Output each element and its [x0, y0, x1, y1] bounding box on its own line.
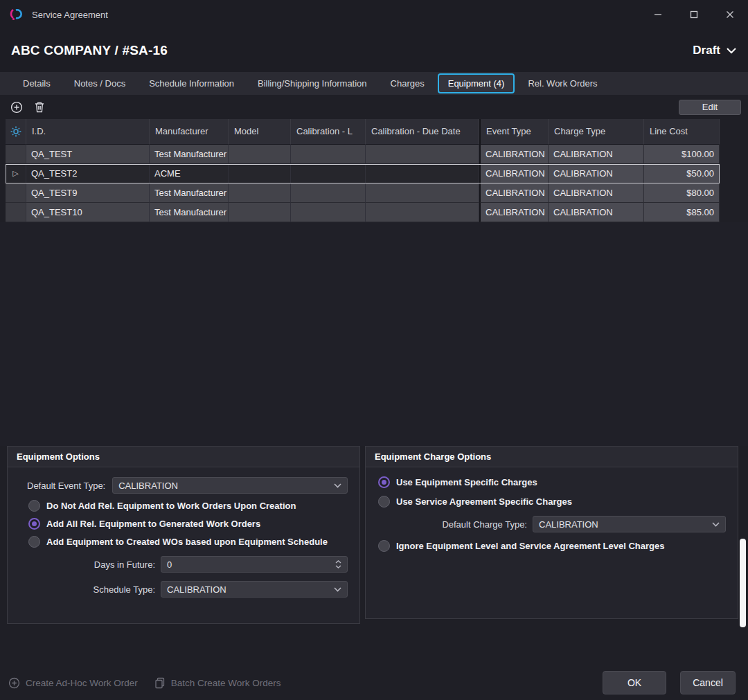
sun-settings-icon [10, 126, 21, 137]
circle-plus-icon [10, 101, 23, 114]
equipment-options-title: Equipment Options [8, 447, 359, 467]
column-header-id[interactable]: I.D. [26, 119, 150, 145]
radio-use-equipment-specific-charges[interactable]: Use Equipment Specific Charges [378, 476, 726, 488]
radio-label: Add All Rel. Equipment to Generated Work… [46, 519, 260, 529]
equipment-charge-options-title: Equipment Charge Options [366, 447, 738, 467]
dropdown-value: CALIBRATION [539, 519, 598, 530]
cell-event-type: CALIBRATION [479, 145, 549, 164]
minimize-button[interactable] [640, 0, 676, 29]
radio-add-equipment-by-schedule[interactable]: Add Equipment to Created WOs based upon … [28, 536, 348, 548]
cell-manufacturer: Test Manufacturer [150, 203, 229, 222]
radio-icon [28, 500, 40, 512]
default-event-type-row: Default Event Type: CALIBRATION [27, 477, 348, 494]
radio-icon [28, 518, 40, 530]
footer: Create Ad-Hoc Work Order Batch Create Wo… [0, 624, 748, 700]
cell-charge-type: CALIBRATION [549, 203, 644, 222]
radio-label: Use Equipment Specific Charges [396, 477, 537, 487]
cell-line-cost: $80.00 [644, 183, 720, 203]
trash-icon [34, 101, 45, 113]
table-row[interactable]: QA_TEST10Test ManufacturerCALIBRATIONCAL… [6, 203, 720, 222]
header: ABC COMPANY / #SA-16 Draft [0, 29, 748, 72]
cell-calibration-due-date [366, 164, 479, 183]
cell-charge-type: CALIBRATION [549, 183, 644, 203]
cell-model [229, 203, 291, 222]
cell-calibration-l [291, 203, 366, 222]
edit-button[interactable]: Edit [679, 100, 741, 115]
tab-details[interactable]: Details [12, 73, 61, 93]
column-header-manufacturer[interactable]: Manufacturer [150, 119, 229, 145]
column-header-calibration-l[interactable]: Calibration - L [291, 119, 366, 145]
tab-bar: DetailsNotes / DocsSchedule InformationB… [0, 72, 748, 95]
days-in-future-row: Days in Future: 0 [27, 556, 348, 573]
scrollbar-thumb[interactable] [740, 539, 746, 627]
row-indicator [6, 203, 26, 222]
radio-add-all-equipment[interactable]: Add All Rel. Equipment to Generated Work… [28, 518, 348, 530]
cell-calibration-due-date [366, 145, 479, 164]
batch-create-work-orders-button[interactable]: Batch Create Work Orders [154, 671, 281, 694]
cell-event-type: CALIBRATION [479, 164, 549, 183]
cell-model [229, 145, 291, 164]
dropdown-value: CALIBRATION [118, 481, 178, 491]
cell-calibration-l [291, 164, 366, 183]
column-header-model[interactable]: Model [229, 119, 291, 145]
window-title: Service Agreement [32, 10, 108, 20]
grid-options-button[interactable] [6, 119, 26, 145]
tab-schedule-information[interactable]: Schedule Information [139, 73, 244, 93]
radio-label: Do Not Add Rel. Equipment to Work Orders… [46, 501, 296, 511]
column-header-calibration-due-date[interactable]: Calibration - Due Date [366, 119, 479, 145]
column-header-line-cost[interactable]: Line Cost [644, 119, 720, 145]
tab-charges[interactable]: Charges [380, 73, 435, 93]
equipment-grid: I.D. Manufacturer Model Calibration - L … [6, 119, 720, 222]
maximize-button[interactable] [676, 0, 712, 29]
radio-do-not-add-equipment[interactable]: Do Not Add Rel. Equipment to Work Orders… [28, 500, 348, 512]
footer-actions: OK Cancel [603, 671, 736, 694]
ok-button[interactable]: OK [603, 671, 666, 694]
schedule-type-label: Schedule Type: [27, 584, 155, 595]
default-charge-type-dropdown[interactable]: CALIBRATION [533, 516, 726, 532]
add-equipment-button[interactable] [10, 101, 23, 114]
radio-icon [28, 536, 40, 548]
default-event-type-dropdown[interactable]: CALIBRATION [112, 477, 348, 494]
service-agreement-window: Service Agreement ABC COMPANY / #SA-16 D… [0, 0, 748, 700]
column-header-event-type[interactable]: Event Type [479, 119, 549, 145]
cancel-button[interactable]: Cancel [680, 671, 736, 694]
table-row[interactable]: QA_TESTTest ManufacturerCALIBRATIONCALIB… [6, 145, 720, 164]
cell-model [229, 183, 291, 203]
radio-icon [378, 540, 390, 552]
cell-calibration-l [291, 183, 366, 203]
column-header-charge-type[interactable]: Charge Type [549, 119, 644, 145]
window-controls [640, 0, 748, 29]
radio-ignore-charges[interactable]: Ignore Equipment Level and Service Agree… [378, 540, 726, 552]
create-adhoc-work-order-button[interactable]: Create Ad-Hoc Work Order [8, 671, 138, 694]
status-dropdown[interactable]: Draft [693, 44, 737, 57]
cell-line-cost: $100.00 [644, 145, 720, 164]
chevron-down-icon [726, 47, 737, 54]
options-panels: Equipment Options Default Event Type: CA… [0, 446, 748, 624]
chevron-down-icon [335, 565, 341, 568]
schedule-type-row: Schedule Type: CALIBRATION [27, 581, 348, 598]
dropdown-value: CALIBRATION [167, 584, 226, 595]
cell-id: QA_TEST10 [26, 203, 150, 222]
chevron-down-icon [712, 522, 720, 527]
spinner-buttons[interactable] [335, 560, 341, 568]
close-button[interactable] [712, 0, 748, 29]
tab-equipment-4[interactable]: Equipment (4) [438, 73, 515, 93]
radio-label: Ignore Equipment Level and Service Agree… [396, 541, 664, 551]
delete-equipment-button[interactable] [34, 101, 45, 113]
default-event-type-label: Default Event Type: [27, 481, 105, 491]
schedule-type-dropdown[interactable]: CALIBRATION [161, 581, 348, 598]
default-charge-type-label: Default Charge Type: [378, 519, 527, 530]
chevron-down-icon [334, 483, 341, 488]
table-row[interactable]: QA_TEST2ACMECALIBRATIONCALIBRATION$50.00 [6, 164, 720, 183]
table-row[interactable]: QA_TEST9Test ManufacturerCALIBRATIONCALI… [6, 183, 720, 203]
tab-notes-docs[interactable]: Notes / Docs [64, 73, 136, 93]
cell-manufacturer: Test Manufacturer [150, 145, 229, 164]
tab-rel-work-orders[interactable]: Rel. Work Orders [517, 73, 607, 93]
batch-create-label: Batch Create Work Orders [171, 678, 281, 688]
cell-calibration-due-date [366, 203, 479, 222]
radio-label: Use Service Agreement Specific Charges [396, 496, 572, 507]
chevron-up-icon [335, 560, 341, 564]
radio-use-service-agreement-charges[interactable]: Use Service Agreement Specific Charges [378, 496, 726, 508]
days-in-future-spinner[interactable]: 0 [161, 556, 348, 573]
tab-billing-shipping-information[interactable]: Billing/Shipping Information [247, 73, 377, 93]
